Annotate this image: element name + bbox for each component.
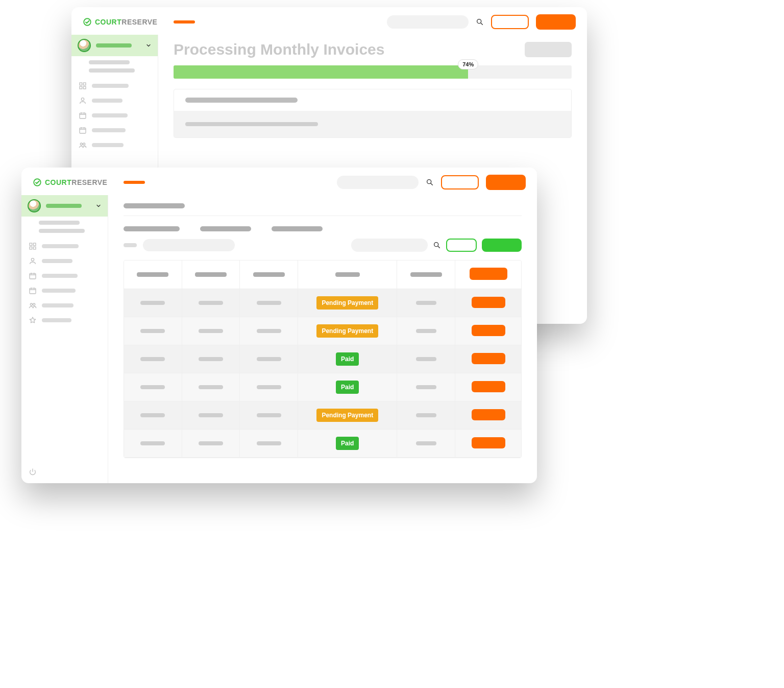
cell-action — [455, 401, 521, 430]
tabs — [124, 226, 522, 231]
col-header[interactable] — [298, 260, 397, 289]
accent-bar — [124, 181, 145, 184]
primary-button[interactable] — [482, 239, 522, 252]
nav-label — [42, 259, 72, 263]
accent-bar — [174, 20, 195, 23]
divider — [124, 216, 522, 216]
cell — [182, 289, 240, 317]
nav-item-calendar-1[interactable] — [29, 272, 108, 280]
search-icon[interactable] — [433, 241, 441, 249]
user-selector[interactable] — [71, 35, 158, 56]
people-icon — [79, 141, 87, 149]
table-row: Pending Payment — [124, 289, 521, 317]
nav-item-dashboard[interactable] — [79, 82, 158, 90]
header-action-button[interactable] — [470, 268, 507, 280]
cell-status: Pending Payment — [298, 401, 397, 430]
row-action-button[interactable] — [472, 409, 505, 420]
cell-status: Pending Payment — [298, 317, 397, 345]
nav-item-calendar-1[interactable] — [79, 111, 158, 120]
nav-item-favorites[interactable] — [29, 316, 108, 324]
row-action-button[interactable] — [472, 381, 505, 392]
secondary-button[interactable] — [446, 239, 477, 252]
svg-point-20 — [30, 303, 32, 305]
svg-rect-5 — [83, 86, 86, 89]
nav-label — [42, 303, 74, 307]
nav-item-group[interactable] — [79, 141, 158, 149]
row-action-button[interactable] — [472, 437, 505, 448]
main: Pending PaymentPending PaymentPaidPaidPe… — [108, 195, 537, 483]
status-badge: Paid — [336, 352, 359, 366]
topbar: COURTRESERVE — [21, 168, 537, 195]
search-input[interactable] — [337, 176, 419, 189]
table-search-input[interactable] — [351, 239, 428, 252]
row-action-button[interactable] — [472, 297, 505, 308]
logo-check-icon — [33, 178, 42, 187]
row-action-button[interactable] — [472, 353, 505, 364]
user-selector[interactable] — [21, 195, 108, 217]
calendar-icon — [79, 111, 87, 120]
nav-item-dashboard[interactable] — [29, 242, 108, 250]
nav-item-calendar-2[interactable] — [79, 126, 158, 134]
cell — [240, 401, 298, 430]
tab[interactable] — [200, 226, 251, 231]
panel-header-text — [185, 98, 298, 103]
header-primary-button[interactable] — [486, 175, 526, 190]
calendar-icon — [29, 272, 37, 280]
cell — [397, 401, 455, 430]
table-header-row — [124, 260, 521, 289]
nav-label — [92, 99, 122, 103]
cell — [182, 430, 240, 458]
cell-action — [455, 317, 521, 345]
col-header[interactable] — [455, 260, 521, 289]
sidebar — [21, 195, 108, 483]
cell-action — [455, 289, 521, 317]
submenu-item[interactable] — [89, 60, 130, 64]
col-header[interactable] — [124, 260, 182, 289]
col-header[interactable] — [397, 260, 455, 289]
topbar: COURTRESERVE — [71, 7, 587, 35]
grid-icon — [29, 242, 37, 250]
search-icon[interactable] — [476, 18, 484, 26]
header-outline-button[interactable] — [491, 15, 529, 29]
chevron-down-icon — [145, 42, 152, 49]
header-outline-button[interactable] — [441, 175, 479, 189]
submenu-item[interactable] — [89, 68, 135, 73]
grid-icon — [79, 82, 87, 90]
logo: COURTRESERVE — [83, 17, 157, 27]
submenu-item[interactable] — [39, 221, 80, 225]
nav-item-group[interactable] — [29, 301, 108, 310]
nav-item-users[interactable] — [29, 257, 108, 265]
cell — [182, 373, 240, 401]
nav-item-calendar-2[interactable] — [29, 287, 108, 295]
power-icon[interactable] — [29, 468, 37, 476]
svg-point-21 — [33, 303, 35, 305]
title-action-placeholder[interactable] — [525, 42, 572, 57]
table-row: Paid — [124, 430, 521, 458]
nav-label — [42, 318, 71, 322]
nav-label — [42, 244, 79, 248]
table-row: Paid — [124, 345, 521, 373]
status-badge: Pending Payment — [316, 324, 378, 338]
status-badge: Pending Payment — [316, 409, 378, 422]
row-action-button[interactable] — [472, 325, 505, 336]
user-name-placeholder — [46, 204, 82, 208]
search-input[interactable] — [387, 15, 469, 29]
tab[interactable] — [124, 226, 180, 231]
col-header[interactable] — [182, 260, 240, 289]
cell-action — [455, 430, 521, 458]
submenu-item[interactable] — [39, 229, 85, 233]
svg-rect-14 — [33, 243, 36, 246]
svg-rect-18 — [30, 273, 36, 279]
svg-point-17 — [31, 258, 34, 261]
filter-select[interactable] — [143, 239, 235, 251]
cell — [240, 373, 298, 401]
sidebar-bottom — [21, 465, 108, 478]
nav-item-users[interactable] — [79, 97, 158, 105]
search-icon[interactable] — [426, 178, 434, 186]
table-row: Paid — [124, 373, 521, 401]
header-primary-button[interactable] — [536, 14, 576, 30]
svg-point-9 — [80, 143, 82, 145]
tab[interactable] — [272, 226, 323, 231]
cell — [397, 430, 455, 458]
col-header[interactable] — [240, 260, 298, 289]
